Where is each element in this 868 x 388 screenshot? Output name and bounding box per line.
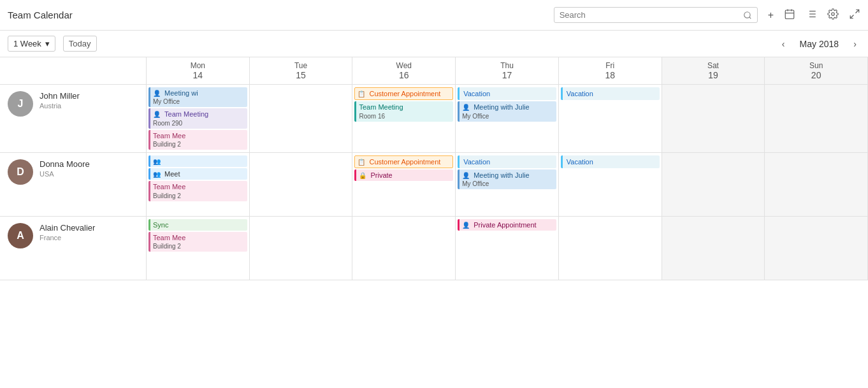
settings-icon[interactable]	[827, 8, 839, 22]
day-header-sun: Sun 20	[765, 57, 868, 84]
svg-line-14	[850, 15, 853, 18]
alain-wed-cell	[352, 217, 456, 280]
lock-icon: 🔒	[359, 172, 366, 179]
person-row-john: J John Miller Austria 👤 Meeting wi My Of…	[0, 85, 868, 153]
person-row-alain: A Alain Chevalier France Sync Team Mee B…	[0, 217, 868, 280]
donna-wed-event-2[interactable]: 🔒 Private	[354, 169, 453, 181]
person-cell-donna: D Donna Moore USA	[0, 153, 147, 216]
svg-point-0	[744, 11, 749, 17]
svg-line-13	[856, 10, 859, 13]
search-box[interactable]	[554, 7, 758, 23]
donna-sun-cell	[765, 153, 868, 216]
expand-icon[interactable]	[849, 8, 860, 22]
group-icon: 👥	[153, 158, 161, 165]
john-fri-cell: Vacation	[559, 85, 662, 152]
donna-fri-vacation[interactable]: Vacation	[561, 155, 660, 168]
donna-fri-cell: Vacation	[559, 153, 662, 216]
alain-sat-cell	[662, 217, 765, 280]
alain-mon-cell: Sync Team Mee Building 2	[147, 217, 250, 280]
header-icons: +	[768, 8, 860, 22]
john-wed-event-2[interactable]: Team Meeting Room 16	[354, 101, 453, 121]
app-title: Team Calendar	[8, 10, 73, 20]
donna-thu-cell: Vacation 👤 Meeting with Julie My Office	[456, 153, 559, 216]
person-icon: 👤	[153, 90, 161, 97]
week-view-label: 1 Week	[13, 39, 41, 48]
john-mon-event-2[interactable]: 👤 Team Meeting Room 290	[148, 108, 247, 128]
donna-wed-event-1[interactable]: 📋 Customer Appointment	[354, 155, 453, 168]
alain-mon-event-1[interactable]: Sync	[148, 219, 247, 231]
avatar-alain: A	[8, 223, 33, 248]
john-tue-cell	[250, 85, 353, 152]
john-thu-event-1[interactable]: 👤 Meeting with Julie My Office	[458, 101, 556, 121]
svg-rect-2	[785, 10, 794, 19]
calendar-icon: 📋	[358, 159, 365, 166]
app-header: Team Calendar +	[0, 0, 868, 31]
day-header-tue: Tue 15	[250, 57, 353, 84]
calendar-container: Mon 14 Tue 15 Wed 16 Thu 17 Fri 18 Sat 1…	[0, 57, 868, 280]
donna-wed-cell: 📋 Customer Appointment 🔒 Private	[352, 153, 456, 216]
search-icon	[743, 11, 752, 20]
avatar-donna: D	[8, 159, 33, 185]
alain-fri-cell	[559, 217, 662, 280]
john-wed-event-1[interactable]: 📋 Customer Appointment	[354, 87, 453, 100]
alain-sun-cell	[765, 217, 868, 280]
header-spacer	[0, 57, 147, 84]
search-input[interactable]	[560, 10, 741, 20]
toolbar: 1 Week ▾ Today ‹ May 2018 ›	[0, 31, 868, 57]
day-header-wed: Wed 16	[352, 57, 456, 84]
list-icon[interactable]	[806, 8, 817, 22]
person-name-john: John Miller	[40, 91, 80, 101]
avatar-john: J	[8, 91, 33, 117]
next-arrow[interactable]: ›	[850, 38, 860, 50]
person-country-alain: France	[40, 234, 95, 241]
alain-tue-cell	[250, 217, 353, 280]
john-wed-cell: 📋 Customer Appointment Team Meeting Room…	[352, 85, 456, 152]
today-button[interactable]: Today	[63, 36, 97, 52]
person-cell-alain: A Alain Chevalier France	[0, 217, 147, 280]
day-header-mon: Mon 14	[147, 57, 250, 84]
person-row-donna: D Donna Moore USA 👥 👥 Meet Team Mee Buil…	[0, 153, 868, 217]
svg-line-1	[749, 17, 751, 18]
john-fri-vacation[interactable]: Vacation	[561, 87, 660, 100]
donna-thu-event-1[interactable]: 👤 Meeting with Julie My Office	[458, 169, 556, 189]
month-title: May 2018	[793, 39, 844, 49]
person-name-alain: Alain Chevalier	[40, 223, 95, 233]
chevron-down-icon: ▾	[45, 39, 50, 48]
john-mon-event-3[interactable]: Team Mee Building 2	[148, 130, 247, 150]
alain-thu-event-1[interactable]: 👤 Private Appointment	[458, 219, 556, 231]
nav-arrows: ‹ May 2018 ›	[778, 38, 860, 50]
john-thu-vacation[interactable]: Vacation	[458, 87, 556, 100]
donna-thu-vacation[interactable]: Vacation	[458, 155, 556, 168]
person-icon: 👤	[462, 172, 470, 179]
john-sun-cell	[765, 85, 868, 152]
person-cell-john: J John Miller Austria	[0, 85, 147, 152]
day-header-sat: Sat 19	[662, 57, 765, 84]
calendar-add-icon[interactable]	[784, 8, 795, 22]
john-thu-cell: Vacation 👤 Meeting with Julie My Office	[456, 85, 559, 152]
john-mon-cell: 👤 Meeting wi My Office 👤 Team Meeting Ro…	[147, 85, 250, 152]
prev-arrow[interactable]: ‹	[778, 38, 789, 50]
day-header-fri: Fri 18	[559, 57, 662, 84]
person-icon: 👤	[153, 111, 161, 118]
person-country-john: Austria	[40, 102, 80, 110]
day-header-row: Mon 14 Tue 15 Wed 16 Thu 17 Fri 18 Sat 1…	[0, 57, 868, 85]
donna-sat-cell	[662, 153, 765, 216]
alain-thu-cell: 👤 Private Appointment	[456, 217, 559, 280]
person-icon: 👤	[462, 104, 470, 111]
donna-mon-event-2[interactable]: 👥 Meet	[148, 168, 247, 180]
donna-mon-event-1[interactable]: 👥	[148, 155, 247, 167]
alain-mon-event-2[interactable]: Team Mee Building 2	[148, 232, 247, 252]
add-icon[interactable]: +	[768, 10, 774, 21]
person-country-donna: USA	[40, 170, 90, 178]
donna-tue-cell	[250, 153, 353, 216]
group-icon: 👥	[153, 171, 161, 178]
donna-mon-event-3[interactable]: Team Mee Building 2	[148, 181, 247, 201]
john-sat-cell	[662, 85, 765, 152]
svg-point-12	[832, 12, 835, 15]
john-mon-event-1[interactable]: 👤 Meeting wi My Office	[148, 87, 247, 107]
day-header-thu: Thu 17	[456, 57, 559, 84]
donna-mon-cell: 👥 👥 Meet Team Mee Building 2	[147, 153, 250, 216]
week-view-select[interactable]: 1 Week ▾	[8, 36, 55, 52]
person-name-donna: Donna Moore	[40, 159, 90, 169]
calendar-icon: 📋	[358, 90, 365, 97]
